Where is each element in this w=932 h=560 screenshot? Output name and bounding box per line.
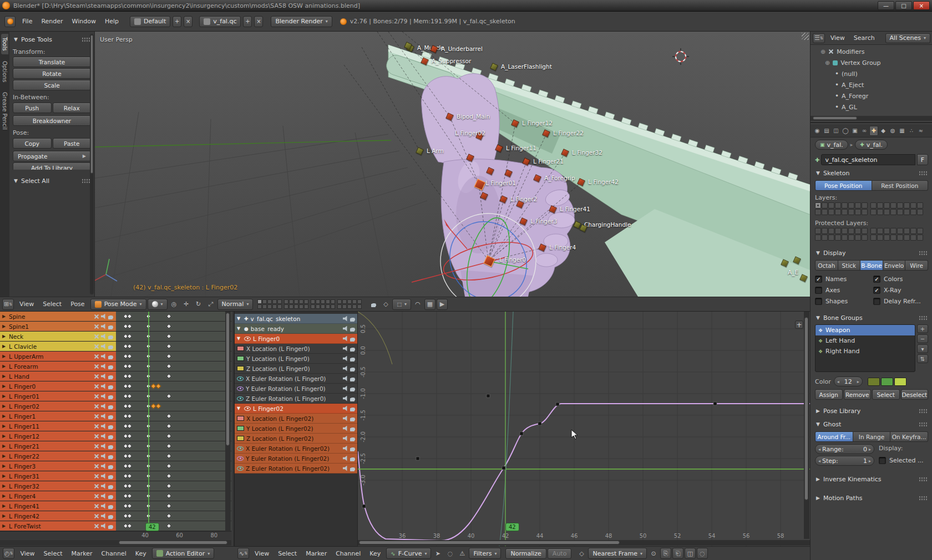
fcurve-channel-v-fal-qc-skeleton[interactable]: ▼✚v_fal.qc_skeleton [235,314,358,324]
visibility-eye-icon[interactable] [237,396,244,401]
viewport-layer-toggle[interactable] [304,299,308,304]
mute-speaker-icon[interactable] [343,346,348,352]
rotate-button[interactable]: Rotate [13,68,91,79]
manipulator-translate-icon[interactable]: ✛ [181,299,192,310]
lock-icon[interactable] [108,516,113,519]
layer-toggle[interactable] [870,228,877,234]
viewport-layer-toggle[interactable] [337,304,342,309]
lock-icon[interactable] [108,426,113,429]
propagate-button[interactable]: Propagate ▶ [13,151,91,161]
viewport-layer-toggle[interactable] [357,299,362,304]
tab-bone[interactable]: ◆ [879,126,888,136]
close-button[interactable]: × [913,1,930,10]
keyframe-diamond[interactable] [166,483,172,488]
fcurve-channel-x-euler-rotation-l-finger0[interactable]: X Euler Rotation (L Finger0) [235,374,358,384]
modifier-icon[interactable] [94,344,99,349]
visibility-eye-icon[interactable] [237,376,244,381]
checkbox[interactable]: ✓ [873,287,880,294]
keyframe-point[interactable] [556,403,559,406]
fcurve-channel-y-euler-rotation-l-finger02[interactable]: Y Euler Rotation (L Finger02) [235,454,358,464]
modifier-icon[interactable] [94,513,99,519]
display-mode-wire[interactable]: Wire [905,260,928,271]
dopesheet-horizontal-scrollbar[interactable] [0,540,231,546]
viewport-layer-toggle[interactable] [352,299,357,304]
move-group-button[interactable]: ⇅ [917,354,928,363]
channel-name-zone[interactable]: ▶L Hand [0,371,116,381]
mute-speaker-icon[interactable] [343,466,348,471]
modifier-icon[interactable] [94,384,99,389]
toolshelf-tab-tools[interactable]: Tools [1,34,8,54]
color-set-stepper[interactable]: ◂12▸ [834,376,863,386]
modifier-icon[interactable] [94,444,99,449]
keyframe-diamond[interactable] [166,353,172,359]
show-hidden-icon[interactable]: ◌ [444,548,455,559]
menu-key[interactable]: Key [131,550,151,557]
lock-icon[interactable] [350,448,354,451]
channel-name-zone[interactable]: ▶L Finger32 [0,481,116,491]
tab-texture[interactable]: ▦ [898,126,906,136]
fcurve-channel-x-location-l-finger0[interactable]: X Location (L Finger0) [235,344,358,354]
layer-toggle[interactable] [862,209,868,215]
channel-name-zone[interactable]: ▶L Finger02 [0,401,116,411]
lock-icon[interactable] [350,368,354,371]
channel-name-zone[interactable]: ▶Neck [0,332,116,341]
channel-name-zone[interactable]: ▶L Finger41 [0,501,116,511]
dopesheet-current-frame-badge[interactable]: 42 [145,523,159,531]
menu-view[interactable]: View [250,550,273,557]
mute-speaker-icon[interactable] [343,446,348,451]
scale-button[interactable]: Scale [13,80,91,90]
layer-toggle[interactable] [835,228,841,234]
keyframe-diamond[interactable] [166,343,172,349]
keyframe-diamond[interactable] [166,313,172,319]
checkbox[interactable]: ✓ [873,276,880,283]
layer-toggle[interactable] [890,202,896,208]
modifier-icon[interactable] [94,464,99,469]
panel-drag-dots[interactable] [919,422,927,427]
mute-speaker-icon[interactable] [101,314,107,319]
keyframe-diamond[interactable] [126,393,132,399]
datablock-name-field[interactable]: v_fal.qc_skeleton [821,154,915,165]
expand-icon[interactable]: ▶ [2,354,7,359]
modifier-icon[interactable] [94,314,99,319]
viewport-layer-toggle[interactable] [347,299,352,304]
modifier-icon[interactable] [94,523,99,529]
fcurve-channel-l-finger02[interactable]: ▼L Finger02 [235,404,358,414]
visibility-eye-icon[interactable] [237,386,244,391]
scene-selector[interactable]: v_fal.qc [199,16,241,27]
remove-group-button[interactable]: − [917,334,928,343]
keyframe-strip[interactable] [116,391,231,401]
keyframe-strip[interactable] [116,401,231,411]
layer-toggle[interactable] [877,228,883,234]
dopesheet-vertical-scrollbar[interactable] [225,312,231,531]
keyframe-diamond[interactable] [126,423,132,429]
lock-icon[interactable] [108,416,113,419]
modifier-icon[interactable] [94,334,99,339]
mute-speaker-icon[interactable] [343,336,348,342]
menu-select[interactable]: Select [273,550,301,557]
outliner-item-a-foregr[interactable]: •A_Foregr [835,90,868,101]
layer-toggle[interactable] [917,209,923,215]
mute-speaker-icon[interactable] [101,424,107,429]
keyframe-diamond[interactable] [126,403,132,409]
modifier-icon[interactable] [94,424,99,429]
outliner-item-modifiers[interactable]: ⊕Modifiers [820,46,864,57]
checkbox[interactable] [815,287,822,294]
layer-toggle[interactable] [828,209,834,215]
keyframe-diamond[interactable] [166,333,172,339]
layer-toggle[interactable] [855,202,861,208]
mute-speaker-icon[interactable] [101,414,107,419]
pivot-point-icon[interactable]: ⊙ [648,548,659,559]
expand-icon[interactable]: ▶ [2,404,7,409]
keyframe-diamond[interactable] [126,433,132,439]
layer-toggle[interactable] [877,209,883,215]
layer-toggle[interactable] [897,235,903,241]
lock-icon[interactable] [108,376,113,379]
layer-toggle[interactable] [828,228,834,234]
normalize-button[interactable]: Normalize [505,548,546,559]
modifier-icon[interactable] [94,364,99,369]
lock-icon[interactable] [350,398,354,401]
lock-icon[interactable] [108,336,113,339]
panel-drag-dots[interactable] [82,179,90,184]
relax-button[interactable]: Relax [53,103,92,113]
tab-physics[interactable]: ≈ [916,126,925,136]
